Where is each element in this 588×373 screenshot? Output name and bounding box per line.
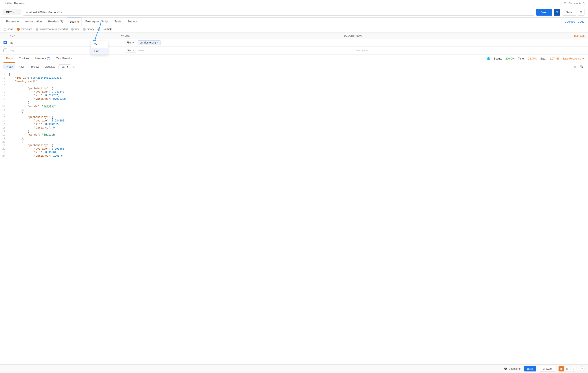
send-button[interactable]: Send xyxy=(536,9,552,16)
resp-tab-body[interactable]: Body xyxy=(3,54,15,63)
radio-raw[interactable]: raw xyxy=(71,28,79,31)
build-button[interactable]: Build xyxy=(524,366,536,372)
code-line-13: 13 "probability": { xyxy=(0,116,588,119)
resp-tab-cookies[interactable]: Cookies xyxy=(16,54,32,63)
view-icon-columns[interactable]: ⊟ xyxy=(571,366,576,372)
save-dropdown-button[interactable]: ▼ xyxy=(578,9,585,16)
headers-count: (5) xyxy=(47,57,50,60)
method-chevron-icon: ▼ xyxy=(13,11,15,13)
method-select[interactable]: GET ▼ xyxy=(3,9,21,15)
globe-icon: 🌐 xyxy=(487,57,490,60)
radio-form-data-label: form-data xyxy=(21,28,32,31)
kv-value-header: VALUE xyxy=(121,34,344,37)
code-line-2: 2 "log_id": 6954288456812039338, xyxy=(0,76,588,80)
radio-form-data-circle xyxy=(17,28,20,31)
url-input[interactable] xyxy=(23,9,534,16)
tab-body[interactable]: Body xyxy=(67,18,82,26)
placeholder-type-select[interactable]: File ▼ xyxy=(125,48,136,53)
code-line-19: 19 }, xyxy=(0,137,588,140)
file-type-dropdown: Text File xyxy=(91,41,108,55)
bootcamp-label: Bootcamp xyxy=(509,367,521,370)
code-line-16: 16 "variance": 0 xyxy=(0,126,588,130)
format-raw-button[interactable]: Raw xyxy=(16,64,26,70)
resp-tab-headers[interactable]: Headers (5) xyxy=(33,54,53,63)
code-line-3: 3 "words_result": [ xyxy=(0,80,588,83)
radio-none-circle xyxy=(3,28,6,31)
code-line-10: 10 "words": "百度能云" xyxy=(0,104,588,109)
more-options-icon[interactable]: ··· xyxy=(570,34,572,37)
dropdown-item-text[interactable]: Text xyxy=(91,41,108,48)
code-line-22: 22 "average": 0.999458, xyxy=(0,147,588,151)
comments-count[interactable]: 0 xyxy=(583,2,585,5)
save-response-button[interactable]: Save Response ▼ xyxy=(563,57,585,60)
radio-form-data[interactable]: form-data xyxy=(17,28,32,31)
format-visualize-button[interactable]: Visualize xyxy=(42,64,58,70)
bulk-edit-button[interactable]: Bulk Edit xyxy=(574,34,585,37)
kv-value-placeholder[interactable]: Value xyxy=(138,49,144,52)
radio-graphql[interactable]: GraphQL xyxy=(97,28,112,31)
format-pretty-button[interactable]: Pretty xyxy=(3,64,15,70)
code-line-1: 1 { xyxy=(0,73,588,76)
kv-actions-header: ··· Bulk Edit xyxy=(567,34,585,37)
kv-value-placeholder-cell: File ▼ Value xyxy=(125,48,355,53)
radio-binary[interactable]: binary xyxy=(83,28,94,31)
wrap-button[interactable]: ≡ xyxy=(72,65,75,69)
format-bar-right: ⧉ 🔍 xyxy=(573,65,585,69)
time-value: 23.45 s xyxy=(528,57,536,60)
response-tabs: Body Cookies Headers (5) Test Results 🌐 … xyxy=(0,54,588,63)
code-area[interactable]: 1 { 2 "log_id": 6954288456812039338, 3 "… xyxy=(0,71,588,364)
save-button[interactable]: Save xyxy=(562,9,576,16)
request-tabs: Params Authorization Headers (8) Body Pr… xyxy=(0,18,588,26)
row-checkbox[interactable] xyxy=(3,41,7,44)
params-dot xyxy=(17,21,19,22)
tab-authorization[interactable]: Authorization xyxy=(22,18,44,26)
radio-graphql-label: GraphQL xyxy=(101,28,112,31)
format-type-select[interactable]: Text ▼ xyxy=(59,64,71,69)
format-preview-button[interactable]: Preview xyxy=(27,64,41,70)
kv-table: KEY VALUE DESCRIPTION ··· Bulk Edit file… xyxy=(0,33,588,54)
copy-button[interactable]: ⧉ xyxy=(573,65,577,69)
browse-button[interactable]: Browse xyxy=(540,366,555,372)
kv-value-cell: File ▼ ocr-demo.png ✕ xyxy=(125,40,355,45)
tab-tests[interactable]: Tests xyxy=(112,18,124,26)
file-remove-icon[interactable]: ✕ xyxy=(157,41,159,44)
help-button[interactable]: ? xyxy=(580,366,585,371)
bottom-bar: 🎓 Bootcamp Build Browse ▣ ⊞ ⊟ ? xyxy=(0,364,588,373)
dropdown-item-file[interactable]: File xyxy=(91,48,108,54)
view-icon-split[interactable]: ▣ xyxy=(558,366,564,372)
view-icon-grid[interactable]: ⊞ xyxy=(565,366,570,372)
tab-settings[interactable]: Settings xyxy=(125,18,140,26)
tab-params[interactable]: Params xyxy=(3,18,21,26)
code-line-11: 11 }, xyxy=(0,109,588,112)
placeholder-checkbox[interactable] xyxy=(3,49,7,52)
code-line-20: 20 { xyxy=(0,140,588,144)
file-name: ocr-demo.png xyxy=(140,41,156,44)
code-line-12: 12 { xyxy=(0,112,588,116)
search-button[interactable]: 🔍 xyxy=(579,65,585,69)
code-link[interactable]: Code xyxy=(578,18,585,25)
radio-none[interactable]: none xyxy=(3,28,13,31)
tab-headers[interactable]: Headers (8) xyxy=(45,18,66,26)
resp-tab-test-results[interactable]: Test Results xyxy=(54,54,74,63)
code-line-4: 4 { xyxy=(0,83,588,87)
format-type-label: Text xyxy=(61,65,65,68)
radio-raw-circle xyxy=(71,28,74,31)
radio-binary-label: binary xyxy=(87,28,94,31)
request-title: Untitled Request xyxy=(3,2,25,5)
file-tag: ocr-demo.png ✕ xyxy=(138,40,161,45)
request-tabs-right: Cookies Code xyxy=(565,18,585,25)
radio-urlencoded[interactable]: x-www-form-urlencoded xyxy=(36,28,67,31)
kv-desc-placeholder[interactable]: Description xyxy=(355,49,585,52)
bootcamp-button[interactable]: 🎓 Bootcamp xyxy=(504,367,521,370)
response-section: Body Cookies Headers (5) Test Results 🌐 … xyxy=(0,54,588,364)
code-line-5: 5 "probability": { xyxy=(0,87,588,90)
radio-none-label: none xyxy=(8,28,13,31)
tab-prerequest[interactable]: Pre-request Script xyxy=(83,18,111,26)
file-type-select[interactable]: File ▼ xyxy=(125,40,136,45)
radio-binary-circle xyxy=(83,28,86,31)
send-dropdown-button[interactable]: ▼ xyxy=(554,9,560,16)
cookies-link[interactable]: Cookies xyxy=(565,18,575,25)
code-line-9: 9 }, xyxy=(0,101,588,104)
body-dot xyxy=(77,21,79,23)
kv-header: KEY VALUE DESCRIPTION ··· Bulk Edit xyxy=(0,33,588,39)
